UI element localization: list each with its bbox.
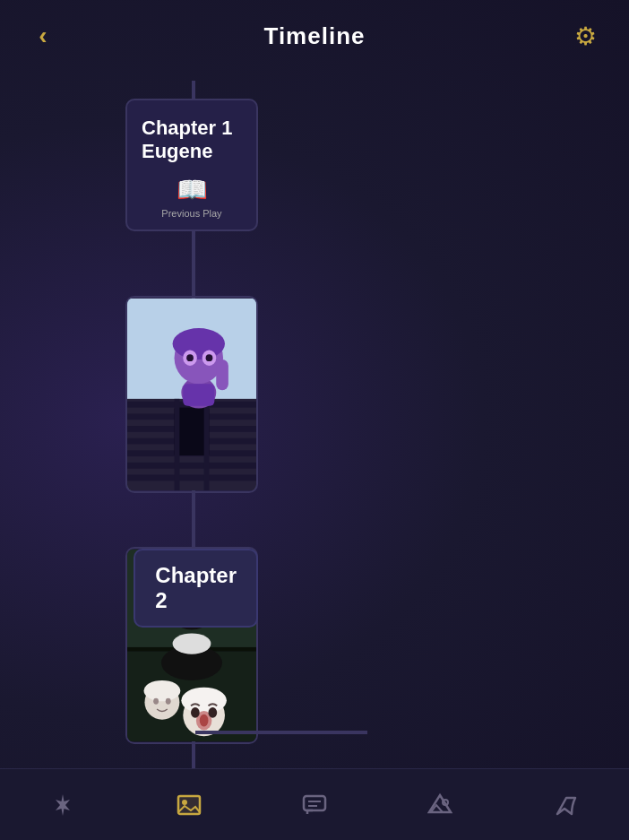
svg-point-38 [208, 707, 217, 718]
prev-play-label: Previous Play [161, 208, 221, 219]
scene-nav-button[interactable] [427, 792, 452, 818]
scene1-card[interactable] [125, 296, 258, 493]
svg-rect-9 [127, 463, 256, 469]
svg-point-37 [191, 707, 200, 718]
svg-rect-42 [304, 796, 325, 810]
svg-point-16 [173, 328, 225, 359]
scene1-illustration [127, 298, 256, 491]
back-icon [554, 792, 579, 818]
svg-rect-10 [127, 475, 256, 481]
gallery-nav-button[interactable] [177, 792, 202, 818]
page-title: Timeline [263, 22, 365, 50]
svg-rect-22 [183, 384, 214, 405]
svg-rect-21 [216, 359, 228, 390]
chapter1-title: Chapter 1 [142, 117, 232, 140]
chapter2-connector [195, 731, 367, 734]
svg-point-18 [186, 354, 194, 361]
svg-point-34 [181, 688, 227, 714]
timeline-container: Chapter 1 Eugene 📖 Previous Play [0, 81, 629, 768]
svg-point-36 [200, 714, 209, 727]
chapter2-label: Chapter 2 [155, 563, 237, 613]
svg-point-41 [182, 800, 187, 805]
svg-rect-13 [204, 399, 210, 490]
svg-point-32 [166, 698, 171, 705]
settings-button[interactable]: ⚙ [568, 22, 604, 51]
svg-rect-11 [175, 408, 210, 456]
header: ‹ Timeline ⚙ [0, 0, 629, 72]
back-nav-button[interactable] [554, 792, 579, 818]
chapter1-card[interactable]: Chapter 1 Eugene 📖 Previous Play [125, 99, 258, 231]
book-icon: 📖 [177, 175, 208, 204]
spark-nav-button[interactable] [50, 792, 75, 818]
scene-icon [427, 792, 452, 818]
bottom-navigation [0, 768, 629, 840]
svg-point-31 [153, 698, 159, 705]
svg-rect-40 [178, 796, 200, 814]
spark-icon [50, 792, 75, 818]
svg-point-28 [173, 633, 211, 654]
svg-point-20 [206, 354, 213, 361]
chapter1-subtitle: Eugene [142, 140, 212, 163]
back-button[interactable]: ‹ [25, 22, 61, 50]
prev-play-section: 📖 Previous Play [142, 175, 242, 219]
dialogue-icon [302, 792, 327, 818]
dialogue-nav-button[interactable] [302, 792, 327, 818]
svg-rect-12 [175, 399, 180, 490]
gallery-icon [177, 792, 202, 818]
svg-point-30 [143, 680, 180, 701]
